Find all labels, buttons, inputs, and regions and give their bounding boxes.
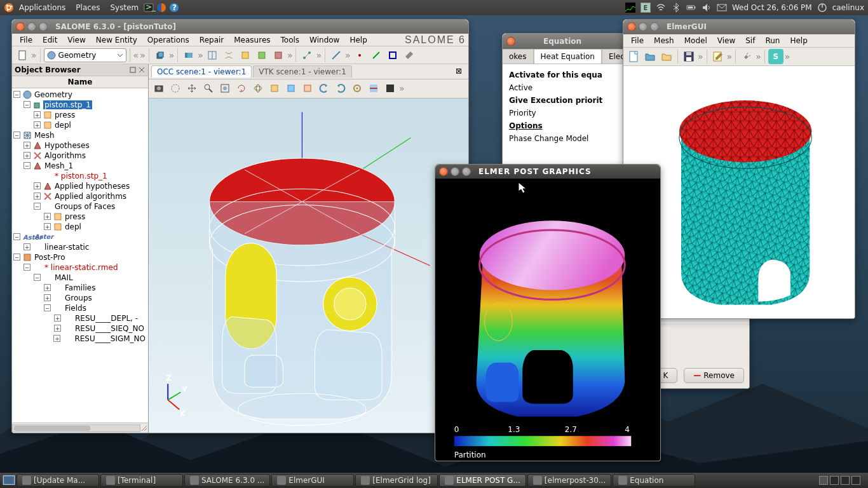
taskbar-item[interactable]: Equation <box>613 474 695 487</box>
tree-item[interactable]: +Families <box>13 283 147 293</box>
tree-expander-icon[interactable]: + <box>24 243 31 250</box>
tree-expander-icon[interactable]: + <box>54 315 61 322</box>
shading-icon[interactable] <box>383 81 398 96</box>
tree-item[interactable]: −AsterAster <box>13 232 147 242</box>
wifi-icon[interactable] <box>656 3 666 13</box>
occ-viewport[interactable]: Z Y X <box>149 98 468 433</box>
tab-navier-stokes[interactable]: okes <box>503 49 534 64</box>
eg-menu-view[interactable]: View <box>712 35 740 46</box>
tree-expander-icon[interactable]: − <box>13 254 20 261</box>
tree-expander-icon[interactable]: + <box>24 152 31 159</box>
chevron-right-icon[interactable]: » <box>785 51 790 62</box>
salome-titlebar[interactable]: SALOME 6.3.0 - [pistonTuto] <box>12 20 468 34</box>
eg-menu-file[interactable]: File <box>626 35 649 46</box>
chevron-right-icon[interactable]: » <box>727 51 733 62</box>
tree-expander-icon[interactable]: + <box>53 335 60 342</box>
tree-expander-icon[interactable]: − <box>24 101 31 108</box>
ubuntu-logo-icon[interactable] <box>4 3 14 13</box>
chevron-right-icon[interactable]: » <box>316 50 322 60</box>
close-icon[interactable] <box>627 22 636 31</box>
mail-icon[interactable] <box>717 3 727 13</box>
menu-tools[interactable]: Tools <box>276 34 305 46</box>
browser-controls[interactable] <box>129 66 146 74</box>
minimize-icon[interactable] <box>27 22 36 31</box>
eg-open-icon[interactable] <box>642 49 658 64</box>
taskbar-item[interactable]: [Terminal] <box>100 474 183 487</box>
applications-menu[interactable]: Applications <box>14 3 71 12</box>
chevron-left-icon[interactable]: « <box>133 50 139 60</box>
tree-expander-icon[interactable]: − <box>34 203 41 210</box>
tree-item[interactable]: −piston.stp_1 <box>13 100 147 110</box>
menu-measures[interactable]: Measures <box>229 34 275 46</box>
back-icon[interactable] <box>283 81 299 96</box>
tree-item[interactable]: +RESU____SIEQ_NO <box>13 323 147 334</box>
system-monitor-icon[interactable] <box>625 3 635 13</box>
point-dim-icon[interactable] <box>299 48 315 63</box>
remove-button[interactable]: —Remove <box>684 368 744 383</box>
workspace-4[interactable] <box>851 476 860 485</box>
minimize-icon[interactable] <box>451 167 459 176</box>
tree-expander-icon[interactable]: − <box>13 91 20 98</box>
eg-menu-run[interactable]: Run <box>760 35 785 46</box>
vertex-icon[interactable] <box>352 48 367 63</box>
tree-item[interactable]: −* linear-static.rmed <box>13 262 147 273</box>
chevron-right-icon[interactable]: » <box>698 51 703 62</box>
terminal-launcher-icon[interactable]: >_ <box>144 3 154 13</box>
rotate-icon[interactable] <box>234 81 249 96</box>
eg-edit-sif-icon[interactable] <box>710 49 726 64</box>
tree-item[interactable]: +press <box>13 212 147 222</box>
chevron-right-icon[interactable]: » <box>169 50 175 60</box>
chevron-right-icon[interactable]: » <box>198 50 203 60</box>
chevron-right-icon[interactable]: » <box>287 50 293 60</box>
tree-expander-icon[interactable]: + <box>54 325 61 332</box>
tree-expander-icon[interactable]: − <box>24 162 31 169</box>
eg-menu-mesh[interactable]: Mesh <box>649 35 679 46</box>
taskbar-item[interactable]: [elmerpost-30... <box>527 474 611 487</box>
power-icon[interactable] <box>817 3 827 13</box>
zoom-icon[interactable] <box>201 81 216 96</box>
battery-icon[interactable] <box>686 3 696 13</box>
line-icon[interactable] <box>329 48 344 63</box>
tree-expander-icon[interactable]: + <box>44 213 51 220</box>
redo-view-icon[interactable] <box>333 81 348 96</box>
eg-menu-sif[interactable]: Sif <box>740 35 760 46</box>
taskbar-item[interactable]: [Update Ma... <box>17 474 99 487</box>
tab-occ-scene[interactable]: OCC scene:1 - viewer:1 <box>151 65 252 78</box>
pan-icon[interactable] <box>184 81 200 96</box>
workspace-1[interactable] <box>819 476 828 485</box>
tree-item[interactable]: −Post-Pro <box>13 252 147 262</box>
maximize-icon[interactable] <box>462 167 471 176</box>
tree-item[interactable]: +depl <box>13 222 147 232</box>
close-tab-icon[interactable]: ⊠ <box>452 65 466 78</box>
close-icon[interactable] <box>16 22 25 31</box>
menu-file[interactable]: File <box>15 34 37 46</box>
tree-item[interactable]: +linear-static <box>13 242 147 252</box>
tree-expander-icon[interactable]: − <box>24 264 31 271</box>
menu-edit[interactable]: Edit <box>37 34 62 46</box>
close-panel-icon[interactable] <box>138 66 146 74</box>
workspace-2[interactable] <box>830 476 839 485</box>
undo-view-icon[interactable] <box>316 81 332 96</box>
show-desktop-icon[interactable] <box>3 473 15 488</box>
tree-expander-icon[interactable]: − <box>44 304 51 311</box>
eg-save-icon[interactable] <box>681 49 696 64</box>
new-doc-button[interactable] <box>15 48 30 63</box>
taskbar-item[interactable]: ElmerGUI <box>271 474 354 487</box>
maximize-icon[interactable] <box>650 22 659 31</box>
menu-window[interactable]: Window <box>304 34 344 46</box>
tree-expander-icon[interactable]: + <box>34 182 41 189</box>
chevron-expand-icon[interactable]: » <box>31 50 37 60</box>
tree-item[interactable]: −Geometry <box>13 90 147 100</box>
tree-expander-icon[interactable]: + <box>44 294 51 301</box>
tree-item[interactable]: +Algorithms <box>13 151 147 161</box>
tree-item[interactable]: −Mesh_1 <box>13 161 147 171</box>
close-icon[interactable] <box>506 37 515 46</box>
user-name[interactable]: caelinux <box>832 3 864 12</box>
tree-item[interactable]: −Mesh <box>13 130 147 140</box>
tray-app-icon[interactable]: E <box>641 3 651 13</box>
tree-expander-icon[interactable]: + <box>44 284 51 291</box>
eg-menu-help[interactable]: Help <box>785 35 812 46</box>
menu-new-entity[interactable]: New Entity <box>91 34 142 46</box>
camera-dump-icon[interactable] <box>151 81 166 96</box>
taskbar-item[interactable]: [ElmerGrid log] <box>355 474 438 487</box>
